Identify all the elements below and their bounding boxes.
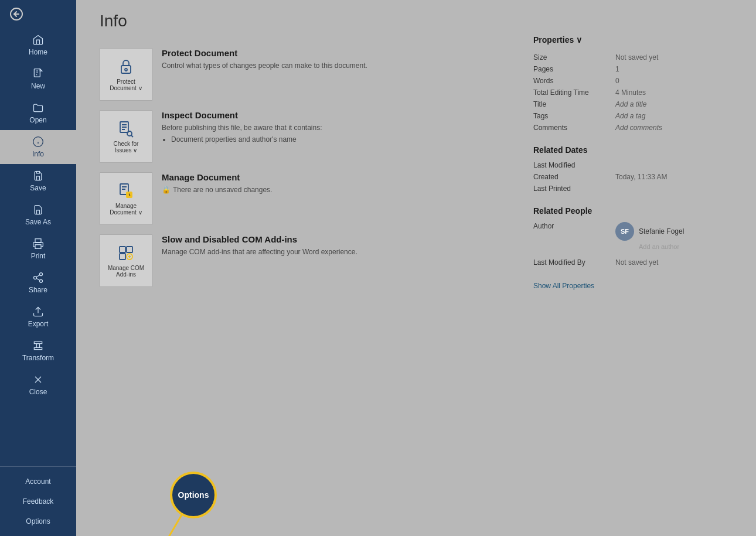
prop-value-last-modified <box>615 159 733 171</box>
prop-label-last-modified: Last Modified <box>533 159 615 171</box>
prop-value-author: SF Stefanie Fogel Add an author <box>615 220 733 257</box>
sidebar-item-feedback-label: Feedback <box>23 497 54 506</box>
svg-rect-26 <box>120 247 125 252</box>
svg-point-20 <box>125 69 127 71</box>
related-people-title: Related People <box>533 206 733 216</box>
prop-row-editing-time: Total Editing Time 4 Minutes <box>533 87 733 98</box>
prop-row-last-modified: Last Modified <box>533 159 733 171</box>
prop-row-comments: Comments Add comments <box>533 122 733 134</box>
sidebar-bottom: Account Feedback Options <box>0 466 76 536</box>
document-clock-icon <box>117 182 135 200</box>
properties-header-label: Properties ∨ <box>533 35 582 45</box>
svg-rect-19 <box>121 66 131 73</box>
sidebar-item-home[interactable]: Home <box>0 28 76 62</box>
inspect-document-label: Check for Issues ∨ <box>114 141 139 153</box>
prop-label-last-printed: Last Printed <box>533 183 615 194</box>
show-all-properties-link[interactable]: Show All Properties <box>533 282 594 290</box>
prop-label-tags: Tags <box>533 110 615 122</box>
sidebar-nav: Home New Open Info <box>0 28 76 466</box>
sidebar-item-options-label: Options <box>26 517 50 525</box>
prop-value-size: Not saved yet <box>615 52 733 63</box>
main-content: Info Protect Document ∨ Protect Document… <box>76 0 756 536</box>
author-row: SF Stefanie Fogel <box>615 222 733 241</box>
prop-row-last-modified-by: Last Modified By Not saved yet <box>533 257 733 268</box>
sidebar-item-new[interactable]: New <box>0 62 76 96</box>
options-callout: Options <box>170 472 217 518</box>
avatar: SF <box>615 222 634 241</box>
svg-rect-7 <box>37 172 40 173</box>
sidebar-item-share[interactable]: Share <box>0 266 76 300</box>
related-dates-title: Related Dates <box>533 145 733 155</box>
sidebar-item-open[interactable]: Open <box>0 96 76 130</box>
prop-label-created: Created <box>533 171 615 183</box>
prop-row-author: Author SF Stefanie Fogel Add an author <box>533 220 733 257</box>
sidebar-item-export-label: Export <box>28 320 49 328</box>
sidebar-item-info[interactable]: Info <box>0 130 76 164</box>
sidebar-item-export[interactable]: Export <box>0 300 76 334</box>
sidebar-item-share-label: Share <box>29 286 47 294</box>
properties-header[interactable]: Properties ∨ <box>533 35 733 45</box>
related-people-table: Author SF Stefanie Fogel Add an author L… <box>533 220 733 268</box>
com-addins-button[interactable]: Manage COM Add-ins <box>100 234 152 287</box>
svg-line-23 <box>131 135 133 137</box>
prop-label-words: Words <box>533 75 615 87</box>
prop-label-author: Author <box>533 220 615 257</box>
add-author-link[interactable]: Add an author <box>639 243 733 250</box>
sidebar-item-options[interactable]: Options <box>0 511 76 531</box>
prop-label-comments: Comments <box>533 122 615 134</box>
sidebar-item-info-label: Info <box>32 150 44 158</box>
prop-value-tags: Add a tag <box>615 110 733 122</box>
page-title: Info <box>100 12 733 30</box>
sidebar-item-feedback[interactable]: Feedback <box>0 491 76 511</box>
callout-label: Options <box>178 490 209 500</box>
sidebar-item-print[interactable]: Print <box>0 232 76 266</box>
sidebar-item-print-label: Print <box>31 252 46 260</box>
related-dates-table: Last Modified Created Today, 11:33 AM La… <box>533 159 733 194</box>
prop-label-size: Size <box>533 52 615 63</box>
prop-value-pages: 1 <box>615 63 733 75</box>
prop-label-title: Title <box>533 98 615 110</box>
prop-value-title: Add a title <box>615 98 733 110</box>
sidebar-item-transform-label: Transform <box>22 354 54 362</box>
lock-icon <box>117 57 135 76</box>
svg-rect-6 <box>37 176 40 180</box>
sidebar-item-save-label: Save <box>30 184 46 192</box>
sidebar-item-account[interactable]: Account <box>0 472 76 491</box>
related-dates-section: Last Modified Created Today, 11:33 AM La… <box>533 159 733 194</box>
info-icon <box>32 136 44 148</box>
svg-rect-28 <box>120 254 125 260</box>
manage-document-label: Manage Document ∨ <box>110 203 142 216</box>
sidebar-item-close[interactable]: Close <box>0 368 76 402</box>
sidebar-item-close-label: Close <box>29 388 47 396</box>
prop-row-words: Words 0 <box>533 75 733 87</box>
prop-label-last-modified-by: Last Modified By <box>533 257 615 268</box>
prop-value-last-printed <box>615 183 733 194</box>
sidebar-item-save-as[interactable]: Save As <box>0 198 76 232</box>
protect-document-label: Protect Document ∨ <box>110 78 142 91</box>
sidebar-item-home-label: Home <box>29 48 47 56</box>
prop-value-last-modified-by: Not saved yet <box>615 257 733 268</box>
close-icon <box>32 374 44 385</box>
prop-row-title: Title Add a title <box>533 98 733 110</box>
svg-line-14 <box>36 278 40 280</box>
options-callout-bubble[interactable]: Options <box>170 472 217 518</box>
sidebar: Home New Open Info <box>0 0 76 536</box>
svg-point-11 <box>40 273 43 276</box>
svg-point-22 <box>127 131 132 136</box>
sidebar-item-save[interactable]: Save <box>0 164 76 198</box>
protect-document-button[interactable]: Protect Document ∨ <box>100 48 152 101</box>
sidebar-item-transform[interactable]: Transform <box>0 334 76 368</box>
svg-point-13 <box>40 279 43 282</box>
manage-document-button[interactable]: Manage Document ∨ <box>100 172 152 225</box>
svg-rect-8 <box>37 210 40 214</box>
inspect-document-button[interactable]: Check for Issues ∨ <box>100 110 152 163</box>
new-icon <box>32 68 44 80</box>
sidebar-item-account-label: Account <box>25 477 50 486</box>
magnify-icon <box>117 120 135 138</box>
prop-row-size: Size Not saved yet <box>533 52 733 63</box>
back-button[interactable] <box>0 0 76 28</box>
home-icon <box>32 34 44 46</box>
svg-rect-27 <box>127 247 132 252</box>
prop-value-comments: Add comments <box>615 122 733 134</box>
prop-label-editing-time: Total Editing Time <box>533 87 615 98</box>
